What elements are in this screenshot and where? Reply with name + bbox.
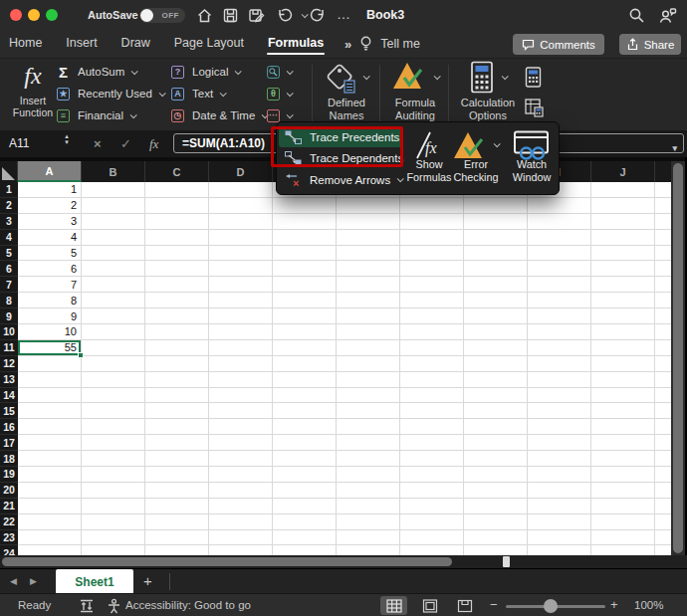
cell-h17[interactable] (464, 435, 528, 451)
cell-g16[interactable] (400, 419, 464, 435)
cell-e20[interactable] (273, 483, 337, 499)
page-layout-view-button[interactable] (416, 596, 443, 615)
cell-partial[interactable] (655, 499, 671, 514)
cell-partial[interactable] (655, 214, 671, 230)
cell-a18[interactable] (18, 451, 82, 467)
cell-b15[interactable] (82, 403, 145, 419)
cell-a24[interactable] (18, 545, 82, 555)
cell-e16[interactable] (273, 419, 337, 435)
cell-d23[interactable] (209, 530, 273, 546)
cell-b16[interactable] (82, 419, 145, 435)
calculation-options-button[interactable]: Calculation Options (448, 61, 528, 121)
cell-d4[interactable] (209, 230, 273, 246)
cell-a8[interactable]: 8 (18, 293, 82, 308)
cell-g18[interactable] (400, 451, 464, 467)
cell-b6[interactable] (82, 261, 145, 277)
cell-j19[interactable] (591, 467, 655, 483)
row-header-4[interactable]: 4 (0, 230, 18, 246)
column-header-j[interactable]: J (591, 161, 655, 182)
cell-g2[interactable] (400, 198, 464, 214)
column-header-partial[interactable] (655, 161, 671, 182)
cell-i23[interactable] (528, 530, 591, 546)
cell-g4[interactable] (400, 230, 464, 246)
cell-partial[interactable] (655, 324, 671, 340)
cell-i20[interactable] (528, 483, 591, 499)
cell-partial[interactable] (655, 182, 671, 198)
next-sheet-icon[interactable]: ▶ (30, 569, 37, 594)
horizontal-scrollbar[interactable] (0, 555, 687, 568)
cell-d8[interactable] (209, 293, 273, 308)
cell-c5[interactable] (145, 246, 209, 262)
cell-b4[interactable] (82, 230, 145, 246)
cell-g9[interactable] (400, 308, 464, 324)
row-header-20[interactable]: 20 (0, 483, 18, 499)
cell-f19[interactable] (337, 467, 400, 483)
cell-partial[interactable] (655, 372, 671, 388)
cell-g17[interactable] (400, 435, 464, 451)
cell-partial[interactable] (655, 530, 671, 546)
cell-d13[interactable] (209, 372, 273, 388)
cell-j22[interactable] (591, 514, 655, 530)
row-header-24[interactable]: 24 (0, 545, 18, 555)
cell-g15[interactable] (400, 403, 464, 419)
vertical-scrollbar[interactable] (671, 161, 685, 555)
cell-b1[interactable] (82, 182, 145, 198)
formula-auditing-button[interactable]: Formula Auditing (385, 61, 445, 121)
cell-partial[interactable] (655, 198, 671, 214)
row-header-14[interactable]: 14 (0, 388, 18, 404)
cell-b2[interactable] (82, 198, 145, 214)
cell-f15[interactable] (337, 403, 400, 419)
name-box-stepper[interactable]: ▴ ▾ (62, 133, 72, 144)
row-header-18[interactable]: 18 (0, 451, 18, 467)
cell-h12[interactable] (464, 356, 528, 372)
cell-c20[interactable] (145, 483, 209, 499)
cell-j3[interactable] (591, 214, 655, 230)
row-header-22[interactable]: 22 (0, 514, 18, 530)
row-header-9[interactable]: 9 (0, 308, 18, 324)
cell-d5[interactable] (209, 246, 273, 262)
row-header-3[interactable]: 3 (0, 214, 18, 230)
cell-d15[interactable] (209, 403, 273, 419)
cell-i10[interactable] (528, 324, 591, 340)
cell-d2[interactable] (209, 198, 273, 214)
undo-dropdown-chevron-icon[interactable] (302, 11, 309, 18)
select-all-corner[interactable] (0, 161, 18, 182)
row-header-12[interactable]: 12 (0, 356, 18, 372)
math-trig-button[interactable]: θ (267, 83, 292, 104)
cell-g8[interactable] (400, 293, 464, 308)
search-icon[interactable] (627, 6, 645, 24)
cell-c6[interactable] (145, 261, 209, 277)
cell-i24[interactable] (528, 545, 591, 555)
cell-f11[interactable] (337, 340, 400, 356)
cell-i22[interactable] (528, 514, 591, 530)
cell-h10[interactable] (464, 324, 528, 340)
cell-partial[interactable] (655, 435, 671, 451)
cell-d10[interactable] (209, 324, 273, 340)
cell-e3[interactable] (273, 214, 337, 230)
cell-d24[interactable] (209, 545, 273, 555)
cell-g13[interactable] (400, 372, 464, 388)
cell-a15[interactable] (18, 403, 82, 419)
cell-b14[interactable] (82, 388, 145, 404)
cell-c10[interactable] (145, 324, 209, 340)
minimize-window-button[interactable] (28, 9, 40, 21)
cell-e21[interactable] (273, 499, 337, 514)
cell-i19[interactable] (528, 467, 591, 483)
cell-c14[interactable] (145, 388, 209, 404)
cell-e14[interactable] (273, 388, 337, 404)
page-break-view-button[interactable] (451, 596, 478, 615)
menu-item-remove-arrows[interactable]: ×Remove Arrows (279, 169, 403, 190)
cell-f23[interactable] (337, 530, 400, 546)
cell-e2[interactable] (273, 198, 337, 214)
tab-page-layout[interactable]: Page Layout (173, 30, 245, 58)
cell-g3[interactable] (400, 214, 464, 230)
zoom-window-button[interactable] (46, 9, 58, 21)
cell-c7[interactable] (145, 277, 209, 293)
cell-partial[interactable] (655, 356, 671, 372)
cell-partial[interactable] (655, 419, 671, 435)
error-checking-button[interactable]: Error Checking (446, 126, 506, 192)
cell-f20[interactable] (337, 483, 400, 499)
cell-h6[interactable] (464, 261, 528, 277)
cell-partial[interactable] (655, 514, 671, 530)
cell-j12[interactable] (591, 356, 655, 372)
